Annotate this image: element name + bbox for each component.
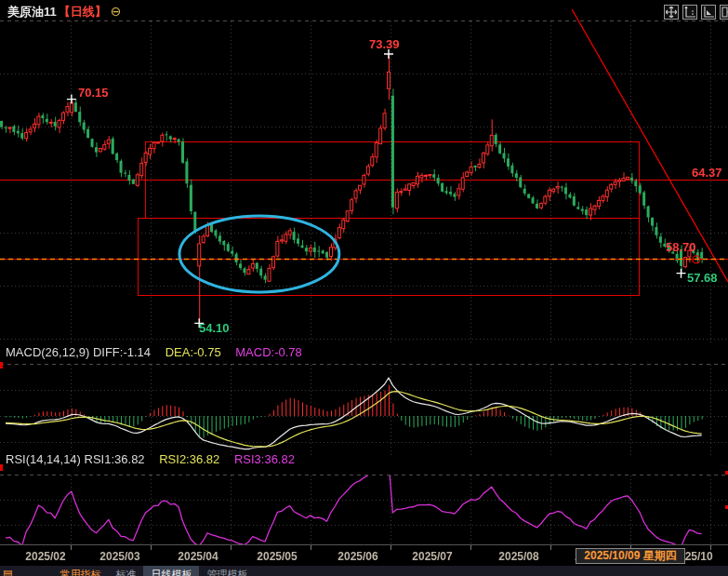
chart-title: 美原油11【日线】⊖ [7,4,121,20]
tab-bar-icon: ▤ [3,568,12,576]
crosshair-date-tooltip: 2025/10/09 星期四 [576,548,685,564]
trading-app-window: { "titlebar": { "symbol": "美原油11", "peri… [0,0,728,576]
scale-y-axis-button[interactable] [682,5,697,20]
chart-canvas[interactable] [0,0,728,576]
scale-x-axis-button[interactable] [701,5,716,20]
tab-daily-template[interactable]: 日线模板 [143,566,199,576]
pan-icon [666,7,677,18]
tab-standard[interactable]: 标准 [108,566,143,576]
restore-view-button[interactable] [720,5,728,20]
x-axis-scale-icon [703,7,714,18]
pan-tool-button[interactable] [664,5,679,20]
y-axis-scale-icon [684,7,695,18]
period-label: 【日线】 [59,5,107,19]
symbol-name: 美原油11 [7,5,57,19]
restore-icon [721,7,728,18]
bottom-tab-bar: ▤ 常用指标 标准 日线模板 管理模板 [0,566,728,576]
tab-common-indicators[interactable]: 常用指标 [52,566,108,576]
zoom-out-icon[interactable]: ⊖ [111,4,122,19]
chart-toolbar [664,5,728,20]
tab-manage-templates[interactable]: 管理模板 [199,566,255,576]
